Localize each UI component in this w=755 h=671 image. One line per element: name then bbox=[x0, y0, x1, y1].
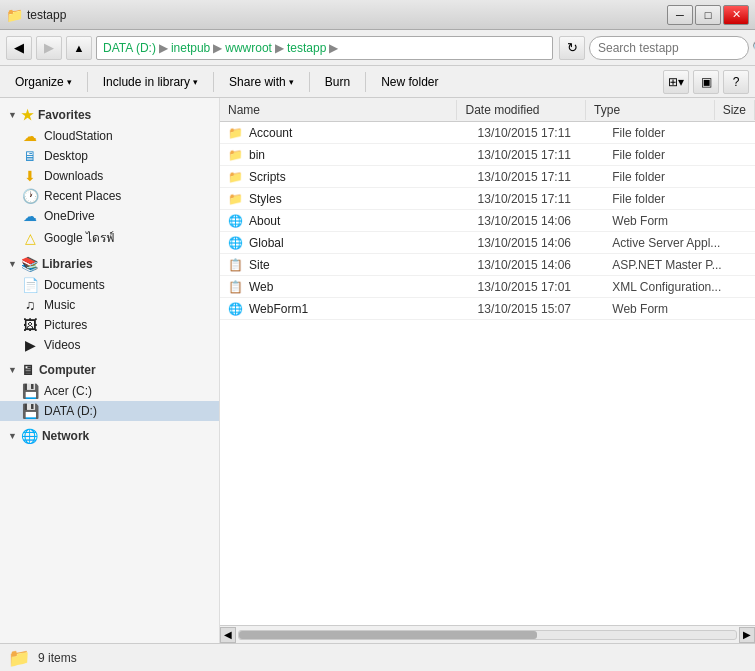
file-list-container: Name Date modified Type Size 📁 Account 1… bbox=[220, 98, 755, 643]
minimize-button[interactable]: ─ bbox=[667, 5, 693, 25]
view-menu-button[interactable]: ⊞▾ bbox=[663, 70, 689, 94]
table-row[interactable]: 📁 Account 13/10/2015 17:11 File folder bbox=[220, 122, 755, 144]
search-box[interactable]: 🔍 bbox=[589, 36, 749, 60]
file-icon: 📁 bbox=[228, 126, 243, 140]
sidebar-section-network: ▼ 🌐 Network bbox=[0, 425, 219, 447]
sidebar-item-music[interactable]: ♫ Music bbox=[0, 295, 219, 315]
sidebar-item-pictures[interactable]: 🖼 Pictures bbox=[0, 315, 219, 335]
organize-button[interactable]: Organize ▾ bbox=[6, 70, 81, 94]
breadcrumb-wwwroot[interactable]: wwwroot bbox=[225, 41, 272, 55]
toolbar-separator-2 bbox=[213, 72, 214, 92]
back-button[interactable]: ◀ bbox=[6, 36, 32, 60]
breadcrumb-inetpub[interactable]: inetpub bbox=[171, 41, 210, 55]
sidebar-item-acer-c[interactable]: 💾 Acer (C:) bbox=[0, 381, 219, 401]
burn-button[interactable]: Burn bbox=[316, 70, 359, 94]
file-name-cell: 🌐 About bbox=[220, 213, 470, 229]
file-name-cell: 📋 Site bbox=[220, 257, 470, 273]
recent-places-icon: 🕐 bbox=[22, 188, 38, 204]
file-size-cell bbox=[739, 242, 755, 244]
file-icon: 📋 bbox=[228, 280, 243, 294]
file-list-header: Name Date modified Type Size bbox=[220, 98, 755, 122]
breadcrumb-testapp[interactable]: testapp bbox=[287, 41, 326, 55]
sidebar-item-documents[interactable]: 📄 Documents bbox=[0, 275, 219, 295]
scroll-left-button[interactable]: ◀ bbox=[220, 627, 236, 643]
column-header-size[interactable]: Size bbox=[715, 100, 755, 120]
close-button[interactable]: ✕ bbox=[723, 5, 749, 25]
horizontal-scrollbar[interactable]: ◀ ▶ bbox=[220, 625, 755, 643]
scroll-right-button[interactable]: ▶ bbox=[739, 627, 755, 643]
file-icon: 📁 bbox=[228, 192, 243, 206]
sidebar-item-downloads[interactable]: ⬇ Downloads bbox=[0, 166, 219, 186]
file-type-cell: File folder bbox=[604, 169, 739, 185]
desktop-icon: 🖥 bbox=[22, 148, 38, 164]
favorites-star-icon: ★ bbox=[21, 107, 34, 123]
file-date-cell: 13/10/2015 17:01 bbox=[470, 279, 605, 295]
help-button[interactable]: ? bbox=[723, 70, 749, 94]
sidebar-network-header[interactable]: ▼ 🌐 Network bbox=[0, 425, 219, 447]
toolbar-separator-3 bbox=[309, 72, 310, 92]
sidebar-item-cloudstation[interactable]: ☁ CloudStation bbox=[0, 126, 219, 146]
address-path[interactable]: DATA (D:) ▶ inetpub ▶ wwwroot ▶ testapp … bbox=[96, 36, 553, 60]
include-dropdown-arrow: ▾ bbox=[193, 77, 198, 87]
table-row[interactable]: 📁 Scripts 13/10/2015 17:11 File folder bbox=[220, 166, 755, 188]
table-row[interactable]: 📁 Styles 13/10/2015 17:11 File folder bbox=[220, 188, 755, 210]
search-input[interactable] bbox=[598, 41, 748, 55]
file-size-cell bbox=[739, 286, 755, 288]
breadcrumb: DATA (D:) ▶ inetpub ▶ wwwroot ▶ testapp … bbox=[103, 41, 339, 55]
new-folder-button[interactable]: New folder bbox=[372, 70, 447, 94]
breadcrumb-data-drive[interactable]: DATA (D:) bbox=[103, 41, 156, 55]
file-type-cell: Active Server Appl... bbox=[604, 235, 739, 251]
file-date-cell: 13/10/2015 14:06 bbox=[470, 213, 605, 229]
table-row[interactable]: 📋 Site 13/10/2015 14:06 ASP.NET Master P… bbox=[220, 254, 755, 276]
table-row[interactable]: 🌐 WebForm1 13/10/2015 15:07 Web Form bbox=[220, 298, 755, 320]
sidebar-item-onedrive[interactable]: ☁ OneDrive bbox=[0, 206, 219, 226]
include-library-button[interactable]: Include in library ▾ bbox=[94, 70, 207, 94]
sidebar-libraries-header[interactable]: ▼ 📚 Libraries bbox=[0, 253, 219, 275]
file-size-cell bbox=[739, 264, 755, 266]
sidebar-item-videos[interactable]: ▶ Videos bbox=[0, 335, 219, 355]
refresh-button[interactable]: ↻ bbox=[559, 36, 585, 60]
column-header-name[interactable]: Name bbox=[220, 100, 457, 120]
file-size-cell bbox=[739, 154, 755, 156]
sidebar-item-data-d[interactable]: 💾 DATA (D:) bbox=[0, 401, 219, 421]
column-header-date[interactable]: Date modified bbox=[457, 100, 586, 120]
scroll-track[interactable] bbox=[238, 630, 737, 640]
file-date-cell: 13/10/2015 14:06 bbox=[470, 235, 605, 251]
sidebar-item-recent-places[interactable]: 🕐 Recent Places bbox=[0, 186, 219, 206]
preview-pane-button[interactable]: ▣ bbox=[693, 70, 719, 94]
sidebar-section-favorites: ▼ ★ Favorites ☁ CloudStation 🖥 Desktop ⬇… bbox=[0, 104, 219, 249]
file-icon: 📋 bbox=[228, 258, 243, 272]
forward-button[interactable]: ▶ bbox=[36, 36, 62, 60]
up-button[interactable]: ▲ bbox=[66, 36, 92, 60]
pictures-icon: 🖼 bbox=[22, 317, 38, 333]
file-name-cell: 🌐 Global bbox=[220, 235, 470, 251]
window-title: testapp bbox=[27, 8, 66, 22]
sidebar-item-google-drive[interactable]: △ Google ไดรฟ์ bbox=[0, 226, 219, 249]
scroll-thumb bbox=[239, 631, 537, 639]
favorites-collapse-arrow: ▼ bbox=[8, 110, 17, 120]
main-content: ▼ ★ Favorites ☁ CloudStation 🖥 Desktop ⬇… bbox=[0, 98, 755, 643]
column-header-type[interactable]: Type bbox=[586, 100, 715, 120]
file-name-cell: 📁 Account bbox=[220, 125, 470, 141]
table-row[interactable]: 📁 bin 13/10/2015 17:11 File folder bbox=[220, 144, 755, 166]
table-row[interactable]: 📋 Web 13/10/2015 17:01 XML Configuration… bbox=[220, 276, 755, 298]
sidebar-item-desktop[interactable]: 🖥 Desktop bbox=[0, 146, 219, 166]
status-folder-icon: 📁 bbox=[8, 647, 30, 669]
file-size-cell bbox=[739, 176, 755, 178]
share-dropdown-arrow: ▾ bbox=[289, 77, 294, 87]
title-bar-left: 📁 testapp bbox=[6, 7, 66, 23]
sidebar-favorites-header[interactable]: ▼ ★ Favorites bbox=[0, 104, 219, 126]
table-row[interactable]: 🌐 About 13/10/2015 14:06 Web Form bbox=[220, 210, 755, 232]
music-icon: ♫ bbox=[22, 297, 38, 313]
videos-icon: ▶ bbox=[22, 337, 38, 353]
file-date-cell: 13/10/2015 17:11 bbox=[470, 147, 605, 163]
file-date-cell: 13/10/2015 17:11 bbox=[470, 191, 605, 207]
sidebar-computer-header[interactable]: ▼ 🖥 Computer bbox=[0, 359, 219, 381]
google-drive-icon: △ bbox=[22, 230, 38, 246]
file-name-cell: 📁 Scripts bbox=[220, 169, 470, 185]
file-size-cell bbox=[739, 308, 755, 310]
maximize-button[interactable]: □ bbox=[695, 5, 721, 25]
table-row[interactable]: 🌐 Global 13/10/2015 14:06 Active Server … bbox=[220, 232, 755, 254]
toolbar-separator-4 bbox=[365, 72, 366, 92]
share-with-button[interactable]: Share with ▾ bbox=[220, 70, 303, 94]
